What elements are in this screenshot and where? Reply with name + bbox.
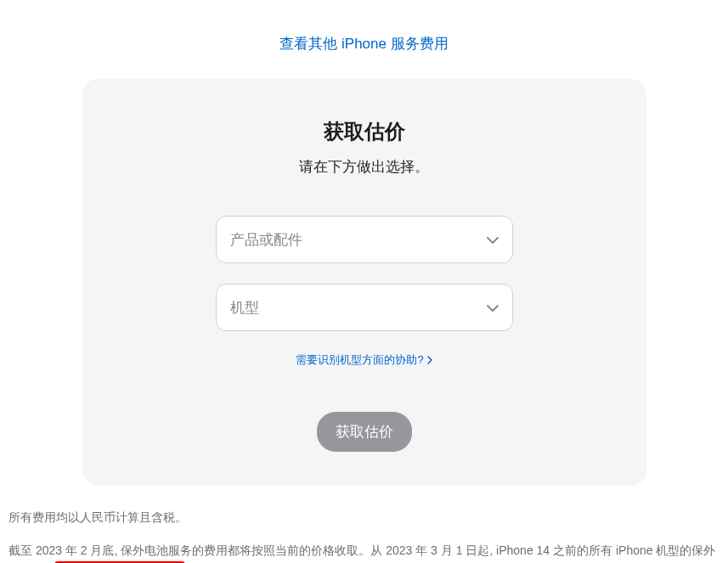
chevron-down-icon	[487, 299, 499, 316]
card-title: 获取估价	[116, 118, 612, 145]
model-select-placeholder: 机型	[230, 298, 259, 318]
identify-model-help-link[interactable]: 需要识别机型方面的协助?	[296, 352, 432, 368]
get-estimate-button[interactable]: 获取估价	[317, 412, 412, 452]
help-link-label: 需要识别机型方面的协助?	[296, 352, 423, 368]
footer-line-2: 截至 2023 年 2 月底, 保外电池服务的费用都将按照当前的价格收取。从 2…	[8, 539, 720, 563]
model-select[interactable]: 机型	[216, 284, 513, 331]
chevron-right-icon	[427, 354, 432, 367]
footer-line-1: 所有费用均以人民币计算且含税。	[8, 506, 720, 529]
view-other-services-link[interactable]: 查看其他 iPhone 服务费用	[279, 36, 448, 52]
product-select[interactable]: 产品或配件	[216, 216, 513, 263]
estimate-card: 获取估价 请在下方做出选择。 产品或配件 机型 需要识别机型方面的协助? 获取估…	[82, 79, 646, 486]
card-subtitle: 请在下方做出选择。	[116, 157, 612, 177]
footer-notes: 所有费用均以人民币计算且含税。 截至 2023 年 2 月底, 保外电池服务的费…	[8, 506, 720, 563]
product-select-placeholder: 产品或配件	[230, 230, 302, 250]
chevron-down-icon	[487, 231, 499, 248]
